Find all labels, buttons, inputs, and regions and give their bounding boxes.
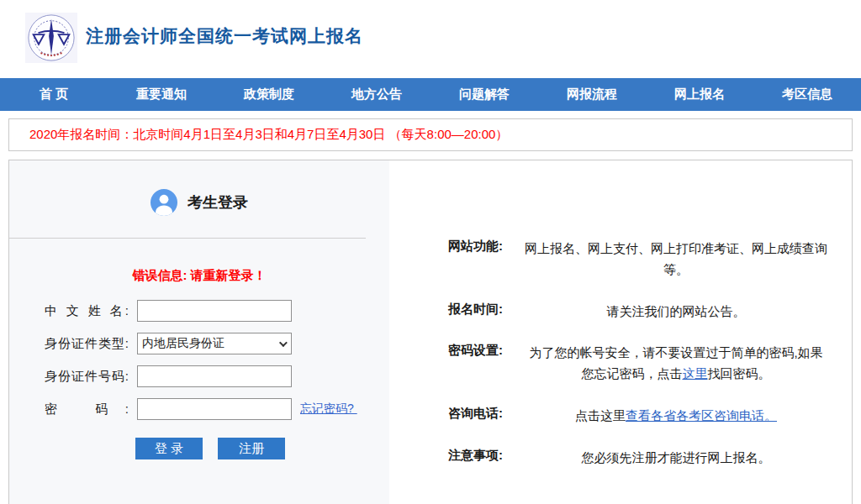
password-setup-text-after: 找回密码。 bbox=[708, 366, 771, 381]
login-title: 考生登录 bbox=[188, 192, 248, 213]
id-type-row: 身份证件类型: 内地居民身份证 bbox=[45, 333, 389, 354]
chevron-down-icon bbox=[279, 339, 288, 347]
notice-text: 2020年报名时间：北京时间4月1日至4月3日和4月7日至4月30日 （每天8:… bbox=[29, 127, 508, 143]
login-form: 中 文 姓 名: 身份证件类型: 内地居民身份证 身份证件号码: 密 码: 忘记… bbox=[45, 300, 389, 459]
info-text-registration-time: 请关注我们的网站公告。 bbox=[524, 302, 828, 323]
button-row: 登 录 注册 bbox=[135, 438, 389, 459]
user-icon bbox=[151, 189, 177, 216]
info-row-password-setup: 密码设置: 为了您的帐号安全，请不要设置过于简单的密码,如果您忘记密码，点击这里… bbox=[448, 343, 852, 385]
id-type-selected-value: 内地居民身份证 bbox=[142, 336, 224, 351]
forgot-password-link[interactable]: 忘记密码? bbox=[300, 402, 357, 417]
name-row: 中 文 姓 名: bbox=[45, 300, 389, 322]
info-row-site-functions: 网站功能: 网上报名、网上支付、网上打印准考证、网上成绩查询等。 bbox=[448, 239, 852, 281]
nav-item-policies[interactable]: 政策制度 bbox=[215, 78, 323, 111]
main-content: 考生登录 错误信息: 请重新登录！ 中 文 姓 名: 身份证件类型: 内地居民身… bbox=[8, 160, 853, 504]
main-nav: 首 页 重要通知 政策制度 地方公告 问题解答 网报流程 网上报名 考区信息 bbox=[0, 78, 861, 111]
info-row-hotline: 咨询电话: 点击这里查看各省各考区咨询电话。 bbox=[448, 406, 852, 427]
info-panel: 网站功能: 网上报名、网上支付、网上打印准考证、网上成绩查询等。 报名时间: 请… bbox=[389, 160, 852, 504]
info-label-hotline: 咨询电话: bbox=[448, 406, 524, 427]
id-type-select[interactable]: 内地居民身份证 bbox=[137, 333, 292, 354]
id-number-input[interactable] bbox=[137, 365, 292, 387]
login-button[interactable]: 登 录 bbox=[135, 438, 203, 459]
id-number-row: 身份证件号码: bbox=[45, 365, 389, 387]
id-number-label: 身份证件号码: bbox=[45, 369, 129, 385]
page-title: 注册会计师全国统一考试网上报名 bbox=[86, 24, 363, 48]
info-label-password-setup: 密码设置: bbox=[448, 343, 524, 385]
info-text-password-setup: 为了您的帐号安全，请不要设置过于简单的密码,如果您忘记密码，点击这里找回密码。 bbox=[524, 343, 828, 385]
name-label: 中 文 姓 名: bbox=[45, 303, 129, 319]
site-header: 注册会计师全国统一考试网上报名 bbox=[0, 0, 861, 78]
nav-item-important-notices[interactable]: 重要通知 bbox=[108, 78, 215, 111]
divider bbox=[9, 238, 366, 239]
nav-item-home[interactable]: 首 页 bbox=[0, 78, 108, 111]
login-header: 考生登录 bbox=[9, 189, 389, 216]
nav-item-registration-process[interactable]: 网报流程 bbox=[538, 78, 646, 111]
password-row: 密 码: 忘记密码? bbox=[45, 398, 389, 420]
info-label-site-functions: 网站功能: bbox=[448, 239, 524, 281]
info-row-registration-time: 报名时间: 请关注我们的网站公告。 bbox=[448, 302, 852, 323]
info-label-registration-time: 报名时间: bbox=[448, 302, 524, 323]
password-label: 密 码: bbox=[45, 402, 129, 417]
login-error-message: 错误信息: 请重新登录！ bbox=[9, 268, 389, 285]
retrieve-password-link[interactable]: 这里 bbox=[683, 366, 708, 381]
nav-item-online-registration[interactable]: 网上报名 bbox=[646, 78, 753, 111]
cicpa-logo-icon bbox=[25, 13, 77, 63]
login-panel: 考生登录 错误信息: 请重新登录！ 中 文 姓 名: 身份证件类型: 内地居民身… bbox=[9, 160, 389, 504]
nav-item-local-announcements[interactable]: 地方公告 bbox=[323, 78, 430, 111]
password-input[interactable] bbox=[137, 398, 292, 420]
info-text-hotline: 点击这里查看各省各考区咨询电话。 bbox=[524, 406, 828, 427]
info-label-notes: 注意事项: bbox=[448, 448, 524, 469]
password-setup-text-before: 为了您的帐号安全，请不要设置过于简单的密码,如果您忘记密码，点击 bbox=[529, 345, 822, 381]
info-text-site-functions: 网上报名、网上支付、网上打印准考证、网上成绩查询等。 bbox=[524, 239, 828, 281]
info-row-notes: 注意事项: 您必须先注册才能进行网上报名。 bbox=[448, 448, 852, 469]
nav-item-exam-area-info[interactable]: 考区信息 bbox=[753, 78, 861, 111]
name-input[interactable] bbox=[137, 300, 292, 322]
info-text-notes: 您必须先注册才能进行网上报名。 bbox=[524, 448, 828, 469]
registration-time-notice: 2020年报名时间：北京时间4月1日至4月3日和4月7日至4月30日 （每天8:… bbox=[8, 118, 853, 151]
id-type-label: 身份证件类型: bbox=[45, 336, 129, 352]
nav-item-faq[interactable]: 问题解答 bbox=[430, 78, 538, 111]
hotline-text-before: 点击这里 bbox=[575, 408, 626, 423]
hotline-link[interactable]: 查看各省各考区咨询电话。 bbox=[626, 408, 777, 423]
register-button[interactable]: 注册 bbox=[218, 438, 285, 459]
